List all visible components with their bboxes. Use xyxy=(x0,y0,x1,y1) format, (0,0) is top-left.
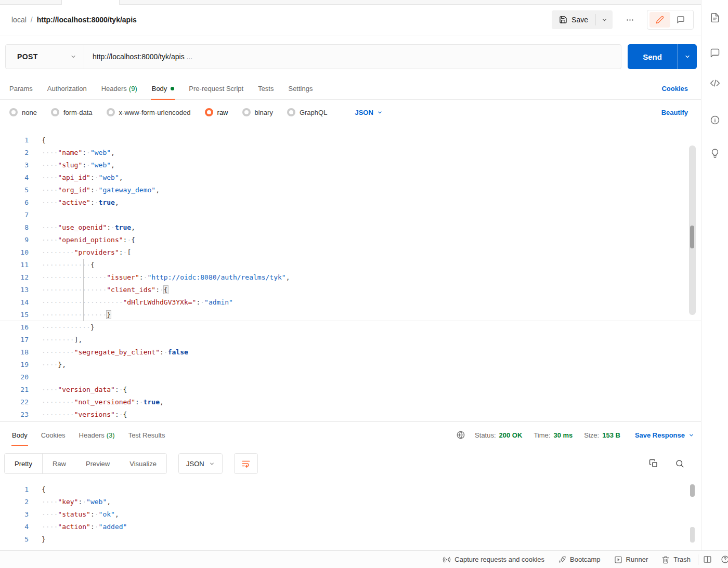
line-number: 19 xyxy=(0,359,29,371)
tab-tests[interactable]: Tests xyxy=(251,78,281,99)
body-type-urlencoded[interactable]: x-www-form-urlencoded xyxy=(107,108,191,116)
line-content: { xyxy=(42,485,46,493)
code-line[interactable]: 4····"action":·"added" xyxy=(0,521,701,533)
search-response-button[interactable] xyxy=(675,459,684,468)
line-content: ········"versions":·{ xyxy=(42,411,127,418)
line-number: 9 xyxy=(0,234,29,246)
response-body-editor[interactable]: 1{2····"key":·"web",3····"status":·"ok",… xyxy=(0,479,701,550)
code-snippet-button[interactable] xyxy=(701,73,728,94)
code-line[interactable]: 13················"client_ids":·{ xyxy=(0,284,701,296)
code-line[interactable]: 12················"issuer":·"http://oidc… xyxy=(0,271,701,284)
tab-prerequest-script[interactable]: Pre-request Script xyxy=(181,78,251,99)
body-language-select[interactable]: JSON xyxy=(355,109,382,116)
info-panel-button[interactable] xyxy=(701,110,728,130)
method-select[interactable]: POST xyxy=(6,45,84,69)
tab-params[interactable]: Params xyxy=(2,78,40,99)
scrollbar-handle[interactable] xyxy=(690,226,694,248)
view-visualize[interactable]: Visualize xyxy=(120,454,166,473)
comments-panel-button[interactable] xyxy=(701,43,728,63)
comments-button[interactable] xyxy=(670,12,691,28)
cookies-link[interactable]: Cookies xyxy=(661,85,688,93)
send-options-button[interactable] xyxy=(677,44,697,69)
network-globe-icon[interactable] xyxy=(456,430,465,440)
line-number: 14 xyxy=(0,296,29,309)
tab-headers[interactable]: Headers(9) xyxy=(94,78,145,99)
panel-toggle-button[interactable] xyxy=(703,555,712,564)
trash-button[interactable]: Trash xyxy=(661,556,691,564)
documentation-button[interactable] xyxy=(701,7,728,28)
code-line[interactable]: 6····"active":·true, xyxy=(0,196,701,209)
workspace-label[interactable]: local xyxy=(11,16,27,24)
save-icon xyxy=(559,16,567,24)
body-type-binary[interactable]: binary xyxy=(242,108,273,116)
scrollbar-thumb[interactable] xyxy=(690,484,695,497)
body-type-graphql-label: GraphQL xyxy=(300,109,327,116)
chevron-down-icon xyxy=(70,54,76,60)
code-line[interactable]: 5} xyxy=(0,533,701,546)
bootcamp-button[interactable]: Bootcamp xyxy=(558,556,601,564)
view-pretty[interactable]: Pretty xyxy=(5,454,43,473)
code-line[interactable]: 22········"not_versioned":·true, xyxy=(0,396,701,408)
view-raw[interactable]: Raw xyxy=(43,454,76,473)
beautify-link[interactable]: Beautify xyxy=(661,109,688,116)
code-line[interactable]: 1{ xyxy=(0,134,701,147)
headers-count-badge: (9) xyxy=(129,85,137,93)
body-type-form-data[interactable]: form-data xyxy=(51,108,93,116)
code-line[interactable]: 14····················"dHlrLWdhdGV3YXk="… xyxy=(0,296,701,309)
save-button[interactable]: Save xyxy=(552,10,595,29)
tab-settings[interactable]: Settings xyxy=(281,78,320,99)
code-line[interactable]: 2····"name":·"web", xyxy=(0,147,701,159)
tab-authorization[interactable]: Authorization xyxy=(40,78,94,99)
wrap-lines-button[interactable] xyxy=(234,453,258,474)
code-line[interactable]: 18········"segregate_by_client":·false xyxy=(0,346,701,359)
code-line[interactable]: 8····"use_openid":·true, xyxy=(0,221,701,234)
response-tab-body[interactable]: Body xyxy=(5,422,34,447)
tab-body[interactable]: Body xyxy=(145,78,182,99)
response-language-select[interactable]: JSON xyxy=(178,453,223,474)
code-line[interactable]: 11············{ xyxy=(0,259,701,271)
code-line[interactable]: 7 xyxy=(0,209,701,221)
body-type-raw[interactable]: raw xyxy=(205,108,228,116)
request-body-editor[interactable]: 1{2····"name":·"web",3····"slug":·"web",… xyxy=(0,131,701,422)
more-options-button[interactable] xyxy=(621,11,639,29)
code-line[interactable]: 10········"providers":·[ xyxy=(0,246,701,259)
help-button[interactable] xyxy=(721,555,728,564)
response-tab-test-results[interactable]: Test Results xyxy=(122,422,172,447)
tips-button[interactable] xyxy=(701,143,728,164)
save-split-button: Save xyxy=(552,10,613,29)
response-tab-cookies[interactable]: Cookies xyxy=(34,422,72,447)
code-line[interactable]: 3····"status":·"ok", xyxy=(0,508,701,521)
scrollbar-thumb[interactable] xyxy=(690,527,695,543)
code-line[interactable]: 17········], xyxy=(0,334,701,346)
response-tab-headers[interactable]: Headers(3) xyxy=(72,422,122,447)
url-input[interactable]: http://localhost:8000/tyk/apis ... xyxy=(84,45,621,69)
code-line[interactable]: 2····"key":·"web", xyxy=(0,496,701,508)
url-suffix: ... xyxy=(185,52,193,61)
runner-button[interactable]: Runner xyxy=(614,556,648,564)
line-content: ············{ xyxy=(42,261,95,269)
code-line[interactable]: 5····"org_id":·"gateway_demo", xyxy=(0,184,701,196)
code-line[interactable]: 3····"slug":·"web", xyxy=(0,159,701,171)
copy-response-button[interactable] xyxy=(649,459,658,468)
send-button[interactable]: Send xyxy=(628,44,677,69)
view-preview[interactable]: Preview xyxy=(76,454,120,473)
code-line[interactable]: 20 xyxy=(0,371,701,384)
save-options-button[interactable] xyxy=(596,10,613,29)
breadcrumb-separator: / xyxy=(31,16,33,24)
code-line[interactable]: 19····}, xyxy=(0,359,701,371)
line-number: 23 xyxy=(0,408,29,421)
code-line[interactable]: 9····"openid_options":·{ xyxy=(0,234,701,246)
body-type-graphql[interactable]: GraphQL xyxy=(287,108,327,116)
code-line[interactable]: 1{ xyxy=(0,483,701,496)
code-line[interactable]: 23········"versions":·{ xyxy=(0,408,701,421)
code-line[interactable]: 16············} xyxy=(0,321,701,334)
line-number: 4 xyxy=(0,171,29,184)
save-response-button[interactable]: Save Response xyxy=(635,431,694,439)
body-type-none[interactable]: none xyxy=(9,108,37,116)
code-line[interactable]: 21····"version_data":·{ xyxy=(0,384,701,396)
code-line[interactable]: 15················} xyxy=(0,309,701,321)
edit-request-button[interactable] xyxy=(649,12,670,28)
active-request-tab[interactable] xyxy=(61,0,120,5)
code-line[interactable]: 4····"api_id":·"web", xyxy=(0,171,701,184)
capture-requests-button[interactable]: Capture requests and cookies xyxy=(443,556,544,564)
